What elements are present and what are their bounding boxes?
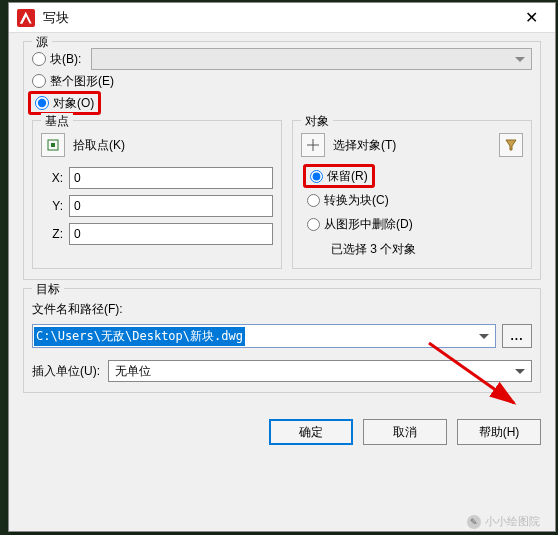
quick-select-button[interactable] [499, 133, 523, 157]
svg-rect-1 [51, 143, 55, 147]
select-objects-icon [306, 138, 320, 152]
x-label: X: [41, 171, 63, 185]
radio-delete-row[interactable]: 从图形中删除(D) [307, 213, 523, 235]
radio-objects-label: 对象(O) [53, 95, 94, 112]
pick-point-label: 拾取点(K) [73, 137, 125, 154]
objects-status: 已选择 3 个对象 [331, 241, 523, 258]
select-objects-button[interactable] [301, 133, 325, 157]
radio-convert-row[interactable]: 转换为块(C) [307, 189, 523, 211]
destination-legend: 目标 [32, 281, 64, 298]
pick-point-button[interactable] [41, 133, 65, 157]
objects-legend: 对象 [301, 113, 333, 130]
titlebar: 写块 ✕ [9, 3, 555, 33]
dialog-title: 写块 [43, 9, 509, 27]
basepoint-legend: 基点 [41, 113, 73, 130]
button-row: 确定 取消 帮助(H) [9, 409, 555, 455]
radio-block-row[interactable]: 块(B): [32, 48, 532, 70]
watermark: ✎ 小小绘图院 [467, 514, 540, 529]
ok-label: 确定 [299, 424, 323, 441]
pick-point-icon [46, 138, 60, 152]
app-icon [17, 9, 35, 27]
help-button[interactable]: 帮助(H) [457, 419, 541, 445]
radio-whole-row[interactable]: 整个图形(E) [32, 70, 532, 92]
radio-whole[interactable] [32, 74, 46, 88]
unit-combo[interactable]: 无单位 [108, 360, 532, 382]
cancel-button[interactable]: 取消 [363, 419, 447, 445]
radio-whole-label: 整个图形(E) [50, 73, 114, 90]
radio-convert[interactable] [307, 194, 320, 207]
ok-button[interactable]: 确定 [269, 419, 353, 445]
watermark-icon: ✎ [467, 515, 481, 529]
objects-fieldset: 对象 选择对象(T) 保留(R) [292, 120, 532, 269]
source-legend: 源 [32, 34, 52, 51]
radio-delete-label: 从图形中删除(D) [324, 216, 413, 233]
y-input[interactable] [69, 195, 273, 217]
block-combo[interactable] [91, 48, 532, 70]
radio-block-label: 块(B): [50, 51, 81, 68]
y-label: Y: [41, 199, 63, 213]
radio-convert-label: 转换为块(C) [324, 192, 389, 209]
x-input[interactable] [69, 167, 273, 189]
quick-select-icon [504, 138, 518, 152]
z-label: Z: [41, 227, 63, 241]
path-value: C:\Users\无敌\Desktop\新块.dwg [34, 327, 245, 346]
highlight-objects: 对象(O) [28, 91, 101, 115]
path-label: 文件名和路径(F): [32, 301, 532, 318]
basepoint-fieldset: 基点 拾取点(K) X: Y: Z: [32, 120, 282, 269]
source-fieldset: 源 块(B): 整个图形(E) 对象(O) 基点 [23, 41, 541, 280]
select-objects-label: 选择对象(T) [333, 137, 396, 154]
radio-delete[interactable] [307, 218, 320, 231]
z-input[interactable] [69, 223, 273, 245]
radio-objects-row[interactable]: 对象(O) [32, 92, 532, 114]
wblock-dialog: 写块 ✕ 源 块(B): 整个图形(E) 对象(O) [8, 2, 556, 532]
radio-objects[interactable] [35, 96, 49, 110]
browse-button[interactable]: ... [502, 324, 532, 348]
radio-retain-row[interactable]: 保留(R) [307, 165, 523, 187]
close-button[interactable]: ✕ [509, 4, 553, 32]
watermark-text: 小小绘图院 [485, 514, 540, 529]
unit-label: 插入单位(U): [32, 363, 100, 380]
radio-retain[interactable] [310, 170, 323, 183]
radio-retain-label: 保留(R) [327, 168, 368, 185]
path-combo[interactable]: C:\Users\无敌\Desktop\新块.dwg [32, 324, 496, 348]
destination-fieldset: 目标 文件名和路径(F): C:\Users\无敌\Desktop\新块.dwg… [23, 288, 541, 393]
cancel-label: 取消 [393, 424, 417, 441]
highlight-retain: 保留(R) [303, 164, 375, 188]
help-label: 帮助(H) [479, 424, 520, 441]
browse-label: ... [510, 329, 523, 343]
unit-value: 无单位 [115, 363, 151, 380]
radio-block[interactable] [32, 52, 46, 66]
